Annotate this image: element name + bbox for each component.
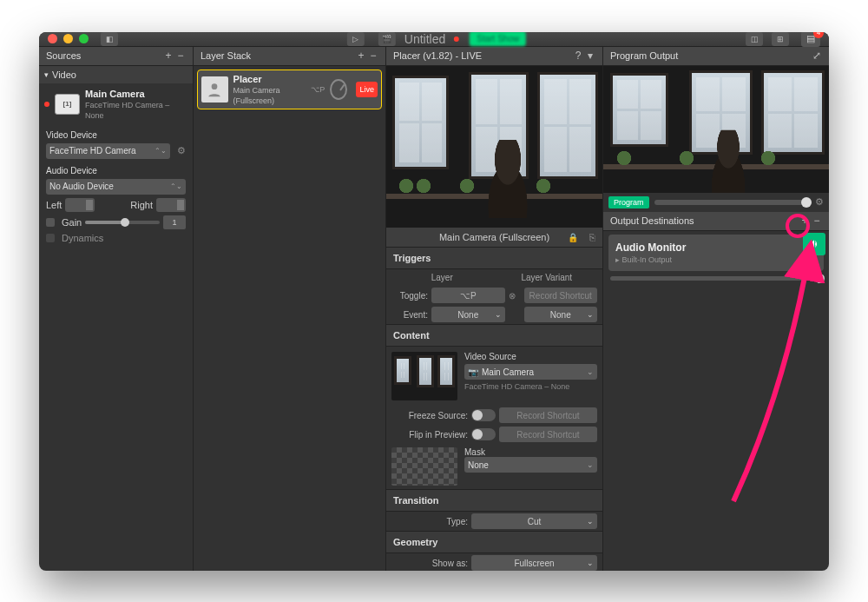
clapper-button[interactable]: 🎬 xyxy=(378,32,396,46)
flip-toggle[interactable] xyxy=(471,428,496,440)
video-source-select[interactable]: 📷 Main Camera xyxy=(464,364,597,380)
showas-label: Show as: xyxy=(391,559,468,568)
lock-icon[interactable]: 🔒 xyxy=(568,233,578,242)
add-destination-button[interactable]: + xyxy=(799,215,810,227)
dynamics-label: Dynamics xyxy=(62,233,103,243)
layer-gauge-icon xyxy=(330,79,347,100)
remove-layer-button[interactable]: − xyxy=(368,50,378,62)
audio-monitor-slider[interactable] xyxy=(610,276,822,281)
video-device-label: Video Device xyxy=(39,125,193,142)
placer-header: Placer (v1.82) - LIVE ? ▾ xyxy=(386,47,602,66)
event-variant-select[interactable]: None xyxy=(524,307,598,322)
output-expand-button[interactable]: ⤢ xyxy=(812,50,822,62)
recording-indicator-icon xyxy=(454,36,459,42)
placer-subtitle-bar: Main Camera (Fullscreen) 🔒 ⎘ xyxy=(386,228,602,247)
audio-device-select[interactable]: No Audio Device⌃⌄ xyxy=(46,179,186,195)
program-badge: Program xyxy=(608,196,649,208)
source-item-main-camera[interactable]: [1] Main Camera FaceTime HD Camera – Non… xyxy=(39,83,193,125)
add-source-button[interactable]: + xyxy=(163,50,174,62)
toggle-shortcut-field[interactable]: ⌥P xyxy=(431,288,505,303)
remove-source-button[interactable]: − xyxy=(175,50,186,62)
add-layer-button[interactable]: + xyxy=(356,50,366,62)
placer-menu-button[interactable]: ▾ xyxy=(585,50,595,62)
program-output-header: Program Output ⤢ xyxy=(603,47,829,66)
clear-toggle-button[interactable]: ⊗ xyxy=(509,291,521,301)
svg-point-0 xyxy=(212,83,218,89)
flip-shortcut-field[interactable]: Record Shortcut xyxy=(499,427,597,442)
layout-a-button[interactable]: ◫ xyxy=(746,32,763,46)
left-channel-label: Left xyxy=(46,200,62,210)
window-close-button[interactable] xyxy=(48,34,57,43)
transition-type-select[interactable]: Cut xyxy=(471,513,597,529)
program-slider[interactable] xyxy=(654,200,810,205)
toggle-label: Toggle: xyxy=(391,291,428,301)
gain-label: Gain xyxy=(62,217,82,228)
freeze-label: Freeze Source: xyxy=(391,411,468,420)
triggers-section: Triggers xyxy=(386,247,602,269)
variant-shortcut-field[interactable]: Record Shortcut xyxy=(524,288,598,303)
freeze-shortcut-field[interactable]: Record Shortcut xyxy=(499,407,597,423)
placer-panel: Placer (v1.82) - LIVE ? ▾ Main Camera (F… xyxy=(386,47,603,571)
right-channel-stepper[interactable] xyxy=(156,198,186,212)
output-panel: Program Output ⤢ Program ⚙ Output Destin… xyxy=(603,47,829,571)
notifications-button[interactable]: ▤ 4 xyxy=(801,32,820,47)
layer-item-placer[interactable]: Placer Main Camera (Fullscreen) ⌥P Live xyxy=(197,69,382,109)
gain-slider[interactable] xyxy=(85,221,160,224)
geometry-section: Geometry xyxy=(386,531,602,553)
link-icon[interactable]: ⎘ xyxy=(589,232,595,242)
gain-checkbox[interactable] xyxy=(46,218,55,227)
video-source-label: Video Source xyxy=(464,352,597,361)
layer-col-label: Layer xyxy=(390,273,495,282)
preview-toggle-button[interactable]: ▷ xyxy=(347,32,365,46)
layer-thumb-icon xyxy=(201,76,228,103)
speaker-button[interactable] xyxy=(803,233,825,255)
audio-device-label: Audio Device xyxy=(39,161,193,177)
start-show-button[interactable]: Start Show xyxy=(470,32,526,47)
variant-col-label: Layer Variant xyxy=(495,273,600,282)
layout-b-button[interactable]: ⊞ xyxy=(772,32,789,46)
mask-preview xyxy=(391,447,457,486)
placer-help-button[interactable]: ? xyxy=(573,50,583,62)
sidebar-toggle-button[interactable]: ◧ xyxy=(101,32,118,46)
sources-header: Sources + − xyxy=(39,47,193,66)
layer-live-badge: Live xyxy=(356,82,378,97)
mask-label: Mask xyxy=(464,447,597,457)
layer-stack-panel: Layer Stack + − Placer Main Camera (Full… xyxy=(194,47,386,571)
audio-monitor-card[interactable]: Audio Monitor ▸ Built-In Output xyxy=(608,235,824,271)
transition-section: Transition xyxy=(386,489,602,512)
layer-stack-header: Layer Stack + − xyxy=(194,47,385,66)
window-zoom-button[interactable] xyxy=(79,34,89,43)
flip-label: Flip in Preview: xyxy=(391,430,468,440)
window-title: Untitled xyxy=(404,32,445,46)
showas-select[interactable]: Fullscreen xyxy=(471,555,597,570)
video-device-settings-icon[interactable]: ⚙ xyxy=(177,145,186,156)
type-label: Type: xyxy=(391,517,468,526)
video-group-header[interactable]: Video xyxy=(39,66,193,83)
dynamics-checkbox[interactable] xyxy=(46,234,55,242)
video-source-detail: FaceTime HD Camera – None xyxy=(464,382,597,391)
camera-icon: 📷 xyxy=(468,367,478,377)
event-label: Event: xyxy=(391,310,428,320)
gain-value: 1 xyxy=(163,215,186,229)
placer-preview[interactable] xyxy=(386,66,602,228)
sources-panel: Sources + − Video [1] Main Camera FaceTi… xyxy=(39,47,194,571)
freeze-toggle[interactable] xyxy=(471,409,496,421)
left-channel-stepper[interactable] xyxy=(65,198,95,212)
speaker-icon xyxy=(808,238,820,250)
mask-select[interactable]: None xyxy=(464,457,597,473)
output-destinations-header: Output Destinations + − xyxy=(603,212,829,231)
program-output-preview[interactable] xyxy=(603,66,829,193)
video-device-select[interactable]: FaceTime HD Camera⌃⌄ xyxy=(46,143,170,159)
right-channel-label: Right xyxy=(130,200,153,210)
content-preview-thumb xyxy=(391,352,457,400)
content-section: Content xyxy=(386,324,602,347)
rec-indicator-icon xyxy=(44,102,49,107)
event-layer-select[interactable]: None xyxy=(431,307,505,322)
program-settings-icon[interactable]: ⚙ xyxy=(815,196,824,208)
titlebar: ◧ ▷ 🎬 Untitled Start Show ◫ ⊞ ▤ 4 xyxy=(39,32,829,47)
camera-thumb-icon: [1] xyxy=(55,94,80,115)
window-minimize-button[interactable] xyxy=(63,34,73,43)
notification-badge: 4 xyxy=(813,32,824,38)
remove-destination-button[interactable]: − xyxy=(812,215,822,227)
layer-shortcut-label: ⌥P xyxy=(311,85,325,94)
